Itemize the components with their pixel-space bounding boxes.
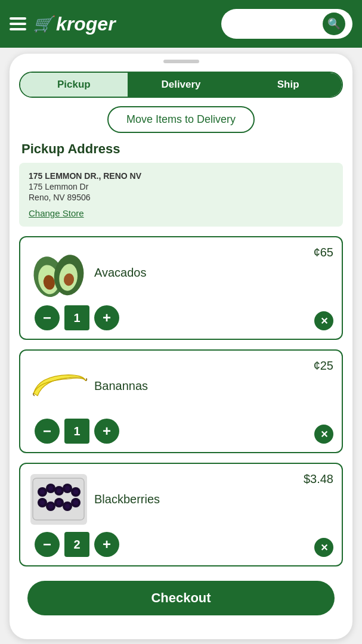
banana-increase-button[interactable]: +	[94, 419, 119, 444]
avocado-controls: − 1 +	[29, 305, 333, 330]
avocado-info: Avacados	[88, 266, 333, 280]
move-items-container: Move Items to Delivery	[19, 106, 343, 133]
checkout-button[interactable]: Checkout	[27, 581, 335, 615]
blackberries-quantity: 2	[64, 532, 89, 557]
phone-notch	[10, 54, 352, 67]
avocado-price: ¢65	[314, 246, 333, 259]
cart-item-avocados: Avacados ¢65 − 1 + ✕	[19, 236, 343, 340]
avocado-remove-button[interactable]: ✕	[314, 311, 333, 330]
pickup-address-title: Pickup Address	[10, 141, 352, 157]
phone-frame: Pickup Delivery Ship Move Items to Deliv…	[10, 54, 352, 639]
tab-pickup[interactable]: Pickup	[20, 73, 128, 97]
avocado-name: Avacados	[94, 266, 146, 280]
blackberries-info: Blackberries	[88, 493, 333, 506]
app-header: 🛒 kroger 🔍	[0, 0, 362, 48]
cart-item-bananas: Banannas ¢25 − 1 + ✕	[19, 349, 343, 453]
address-box: 175 LEMMON DR., RENO NV 175 Lemmon Dr Re…	[19, 163, 343, 227]
search-button[interactable]: 🔍	[323, 13, 345, 35]
banana-row: Banannas ¢25	[29, 359, 333, 413]
avocado-image	[29, 246, 88, 299]
banana-price: ¢25	[314, 359, 333, 373]
avocado-decrease-button[interactable]: −	[35, 305, 60, 330]
search-input[interactable]	[228, 18, 323, 29]
kroger-logo: 🛒 kroger	[33, 13, 221, 35]
svg-point-18	[40, 500, 45, 505]
avocado-quantity: 1	[64, 305, 89, 330]
blackberries-decrease-button[interactable]: −	[35, 532, 60, 557]
banana-quantity: 1	[64, 419, 89, 444]
banana-image	[29, 359, 88, 413]
blackberries-name: Blackberries	[94, 493, 160, 506]
blackberries-controls: − 2 +	[29, 532, 333, 557]
banana-decrease-button[interactable]: −	[35, 419, 60, 444]
cart-item-blackberries: Blackberries $3.48 − 2 + ✕	[19, 463, 343, 566]
cart-icon: 🛒	[33, 15, 52, 33]
banana-name: Banannas	[94, 379, 148, 393]
banana-remove-button[interactable]: ✕	[314, 425, 333, 444]
svg-point-22	[57, 500, 61, 505]
tab-bar: Pickup Delivery Ship	[19, 72, 343, 98]
svg-point-8	[40, 490, 45, 494]
svg-point-12	[57, 488, 61, 493]
change-store-link[interactable]: Change Store	[29, 208, 333, 218]
blackberries-remove-button[interactable]: ✕	[314, 538, 333, 557]
svg-point-14	[65, 486, 70, 491]
svg-point-16	[73, 490, 78, 494]
blackberries-row: Blackberries $3.48	[29, 472, 333, 526]
address-line-2: 175 Lemmon Dr	[29, 182, 333, 191]
move-items-button[interactable]: Move Items to Delivery	[107, 106, 255, 133]
checkout-container: Checkout	[27, 581, 335, 615]
search-icon: 🔍	[327, 17, 341, 30]
tab-ship[interactable]: Ship	[234, 73, 342, 97]
svg-point-20	[48, 504, 53, 509]
avocado-increase-button[interactable]: +	[94, 305, 119, 330]
blackberries-price: $3.48	[304, 472, 333, 486]
address-line-3: Reno, NV 89506	[29, 193, 333, 202]
search-bar[interactable]: 🔍	[221, 9, 352, 39]
blackberries-image	[29, 472, 88, 526]
banana-controls: − 1 +	[29, 419, 333, 444]
avocado-row: Avacados ¢65	[29, 246, 333, 299]
address-line-1: 175 LEMMON DR., RENO NV	[29, 171, 333, 181]
hamburger-menu[interactable]	[10, 17, 26, 30]
blackberries-increase-button[interactable]: +	[94, 532, 119, 557]
banana-info: Banannas	[88, 379, 333, 393]
svg-point-24	[65, 504, 70, 509]
svg-point-26	[73, 500, 78, 505]
svg-point-10	[48, 486, 53, 491]
tab-delivery[interactable]: Delivery	[128, 73, 235, 97]
